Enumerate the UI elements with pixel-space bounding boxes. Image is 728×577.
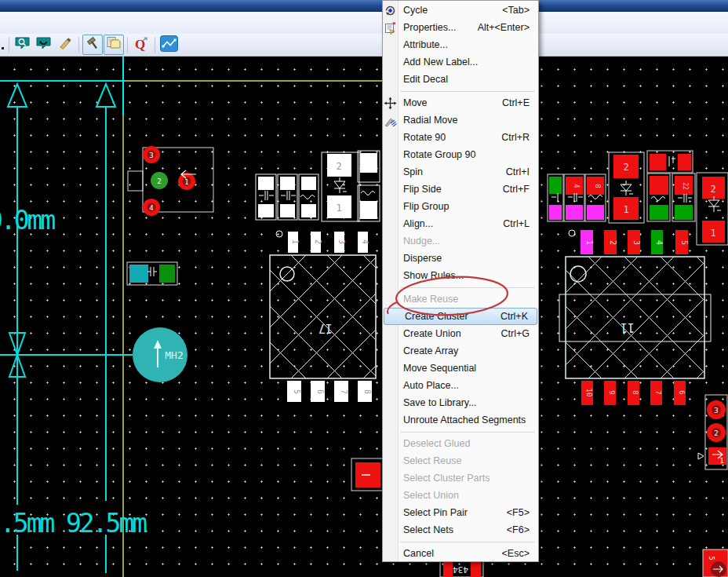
menu-item-save-to-library[interactable]: Save to Library... (383, 394, 538, 411)
smd-pad-green[interactable] (159, 265, 175, 283)
route-button[interactable] (158, 35, 179, 55)
res-pad-red[interactable] (650, 176, 668, 195)
pad-number[interactable]: 4 (149, 204, 153, 212)
paste-button[interactable] (104, 35, 124, 55)
pad-number[interactable]: 2 (609, 240, 617, 245)
ic-pin1-marker[interactable] (570, 266, 586, 282)
pad-number[interactable]: 2 (336, 161, 341, 172)
pad-number[interactable]: 9 (608, 390, 616, 394)
menu-item-show-rules[interactable]: Show Rules... (383, 267, 538, 284)
menu-item-rotate-90[interactable]: Rotate 90Ctrl+R (383, 129, 538, 146)
pad-number[interactable]: 2 (157, 177, 161, 185)
glue-marker[interactable] (698, 453, 704, 459)
menu-item-add-new-label[interactable]: Add New Label... (383, 53, 538, 71)
window-titlebar[interactable] (0, 0, 728, 12)
pad-number[interactable]: 3 (149, 152, 153, 159)
res-symbol[interactable] (300, 195, 315, 199)
part-pad[interactable] (360, 201, 377, 219)
diode-symbol[interactable] (334, 177, 347, 193)
dimension-arrow-up-right[interactable] (96, 84, 115, 107)
pad-number[interactable]: 2 (623, 162, 628, 173)
menu-item-properties[interactable]: Properties...Alt+<Enter> (383, 19, 538, 36)
cap-symbol[interactable] (281, 191, 296, 200)
pad-number[interactable]: 1 (336, 203, 341, 214)
cap-symbol[interactable] (259, 191, 274, 200)
menu-item-create-array[interactable]: Create Array (383, 342, 538, 360)
cap-symbol[interactable] (551, 193, 558, 202)
menu-item-select-cluster-parts[interactable]: Select Cluster Parts (383, 469, 538, 487)
pad-number[interactable]: 5 (293, 389, 301, 394)
zoom-selection-button[interactable] (13, 35, 33, 55)
ic-refdes[interactable]: 17 (318, 321, 333, 335)
board-tools-button[interactable] (82, 35, 103, 55)
pad-number[interactable]: 6 (678, 390, 686, 394)
measure-button[interactable]: Q (131, 35, 151, 55)
silk-symbol[interactable] (669, 156, 675, 166)
dimension-label-left[interactable]: 0.0mm (0, 205, 55, 236)
menu-item-flip-group[interactable]: Flip Group (383, 198, 538, 215)
cap-symbol[interactable] (678, 194, 692, 203)
menu-item-make-reuse[interactable]: Make Reuse (383, 290, 538, 308)
pad-number[interactable]: 22 (682, 182, 689, 190)
dimension-label-bottom-2[interactable]: 92.5mm (66, 508, 147, 539)
pad-number[interactable]: 4 (361, 239, 369, 244)
menu-item-nudge[interactable]: Nudge... (383, 232, 538, 250)
part-pad-red[interactable] (650, 154, 666, 170)
pad-number[interactable]: 2 (714, 429, 718, 437)
pad-number[interactable]: 3 (632, 240, 641, 245)
pad-number[interactable]: 2 (314, 239, 322, 244)
pad-number[interactable]: 10 (585, 389, 593, 397)
menu-item-edit-decal[interactable]: Edit Decal (383, 71, 538, 88)
refdes-label[interactable]: 434 (453, 564, 468, 575)
fiducial[interactable] (569, 230, 575, 236)
menu-item-attribute[interactable]: Attribute... (383, 36, 538, 53)
cap-pad-green[interactable] (675, 205, 693, 220)
menu-item-deselect-glued[interactable]: Deselect Glued (383, 435, 538, 452)
res-symbol[interactable] (588, 195, 602, 199)
menu-item-move-sequential[interactable]: Move Sequential (383, 360, 538, 377)
pad-number[interactable]: 1 (710, 228, 715, 239)
connector-tab[interactable] (128, 171, 143, 191)
menu-item-select-nets[interactable]: Select Nets<F6> (383, 521, 538, 539)
menu-item-spin[interactable]: SpinCtrl+I (383, 163, 538, 181)
menu-item-unroute-attached-segments[interactable]: Unroute Attached Segments (383, 411, 538, 429)
cap-pad[interactable] (258, 204, 274, 217)
part-pad-red[interactable] (678, 154, 691, 170)
cap-pad[interactable] (280, 177, 295, 190)
mh2-label[interactable]: MH2 (165, 349, 183, 361)
pad-number[interactable]: 3 (337, 239, 346, 244)
pad-number[interactable]: 8 (594, 184, 602, 188)
paintbrush-button[interactable] (55, 35, 75, 55)
fiducial[interactable] (276, 231, 282, 237)
menu-item-rotate-group-90[interactable]: Rotate Group 90 (383, 146, 538, 163)
menu-item-move[interactable]: MoveCtrl+E (383, 94, 538, 111)
menu-bar[interactable] (0, 12, 728, 34)
menu-item-disperse[interactable]: Disperse (383, 250, 538, 267)
pad-number[interactable]: 4 (573, 184, 581, 188)
pad-number[interactable]: 7 (654, 390, 662, 394)
menu-item-auto-place[interactable]: Auto Place... (383, 377, 538, 394)
pad-number[interactable]: 2 (710, 184, 715, 195)
silk-symbol[interactable] (147, 267, 157, 276)
pad-number[interactable]: 5 (708, 556, 715, 560)
pad-number[interactable]: 5 (680, 240, 689, 245)
res-pad[interactable] (301, 204, 316, 217)
cap-pad-green[interactable] (549, 177, 562, 194)
pad-number[interactable]: 1 (623, 204, 628, 215)
pad-number[interactable]: 7 (340, 389, 348, 394)
smd-pad-teal[interactable] (129, 265, 148, 283)
redraw-button[interactable] (34, 35, 54, 55)
menu-item-flip-side[interactable]: Flip SideCtrl+F (383, 181, 538, 198)
res-pad[interactable] (301, 177, 316, 190)
pad-number[interactable]: 3 (714, 407, 718, 414)
res-symbol[interactable] (361, 192, 375, 195)
cap-pad-magenta[interactable] (566, 205, 583, 220)
pad-number[interactable]: 1 (719, 457, 723, 465)
pad-number[interactable]: 4 (655, 240, 664, 245)
menu-item-cancel[interactable]: Cancel<Esc> (383, 545, 538, 562)
pad-number[interactable]: 8 (632, 390, 639, 394)
menu-item-cycle[interactable]: Cycle<Tab> (383, 2, 538, 19)
pad-number[interactable]: 1 (184, 178, 188, 186)
pad-number[interactable]: 6 (316, 389, 325, 394)
res-symbol[interactable] (651, 197, 665, 201)
